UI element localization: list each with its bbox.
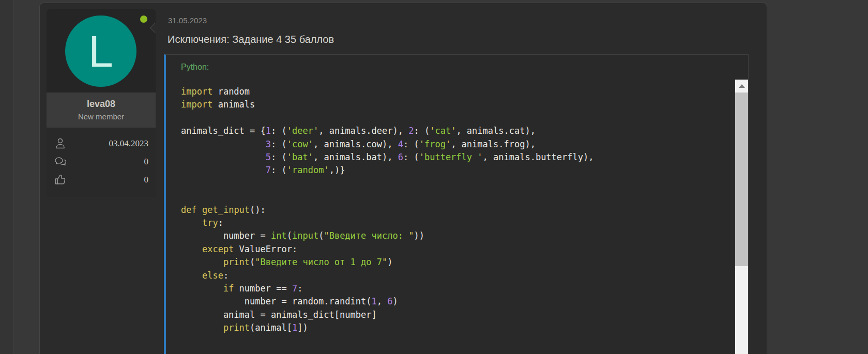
code-line: animal = animals_dict[number] [181, 309, 735, 321]
page-container: L leva08 New member 03.04.2023 [13, 0, 868, 354]
code-line: import random [181, 85, 735, 98]
code-line: 5: ('bat', animals.bat), 6: ('butterfly … [181, 151, 735, 164]
username-link[interactable]: leva08 [50, 99, 153, 110]
scrollbar-track[interactable] [735, 80, 748, 354]
code-line: 7: ('random',)} [181, 164, 735, 177]
code-block: Python: import randomimport animalsanima… [164, 54, 749, 354]
code-line: animals_dict = {1: ('deer', animals.deer… [181, 125, 735, 137]
avatar-panel: L [47, 9, 156, 93]
messages-count: 0 [144, 157, 149, 167]
avatar[interactable]: L [65, 16, 136, 87]
messages-icon [54, 155, 67, 168]
code-line: print(animal[1]) [181, 321, 735, 334]
code-line: number = int(input("Введите число: ")) [181, 229, 735, 242]
code-line: def get_input(): [181, 204, 735, 217]
code-line [181, 190, 735, 203]
stat-row-joined: 03.04.2023 [54, 134, 148, 152]
user-icon [54, 137, 67, 150]
code-line: try: [181, 217, 735, 229]
code-line [181, 177, 735, 190]
scrollbar-up-button[interactable] [735, 80, 748, 93]
forum-post-card: L leva08 New member 03.04.2023 [39, 3, 767, 354]
post-title: Исключения: Задание 4 35 баллов [167, 34, 334, 45]
code-line: if number == 7: [181, 282, 735, 295]
reactions-count: 0 [144, 175, 149, 185]
code-line [181, 112, 735, 125]
code-line: number = random.randint(1, 6) [181, 295, 735, 308]
code-line: else: [181, 269, 735, 282]
post-date[interactable]: 31.05.2023 [168, 16, 207, 25]
code-block-header: Python: [166, 55, 748, 80]
forum-page: L leva08 New member 03.04.2023 [0, 0, 868, 354]
user-cell: L leva08 New member 03.04.2023 [47, 9, 156, 196]
user-stats-panel: 03.04.2023 0 0 [47, 128, 156, 196]
scroll-up-icon [739, 84, 745, 88]
online-indicator-icon [140, 16, 147, 23]
code-line: import animals [181, 98, 735, 111]
code-line: print("Введите число от 1 до 7") [181, 256, 735, 269]
code-line: except ValueError: [181, 243, 735, 256]
thumbs-up-icon [54, 173, 67, 186]
stat-row-messages: 0 [54, 152, 148, 171]
user-role: New member [50, 112, 153, 121]
code-scroll-area[interactable]: import randomimport animalsanimals_dict … [166, 80, 735, 354]
stat-row-reactions: 0 [54, 171, 148, 189]
code-lines: import randomimport animalsanimals_dict … [166, 80, 735, 335]
scrollbar-thumb[interactable] [735, 93, 748, 266]
code-language-label: Python: [181, 63, 209, 72]
code-line: 3: ('cow', animals.cow), 4: ('frog', ani… [181, 138, 735, 151]
username-strip: leva08 New member [47, 93, 156, 128]
avatar-letter: L [88, 29, 113, 73]
joined-date: 03.04.2023 [109, 138, 149, 149]
